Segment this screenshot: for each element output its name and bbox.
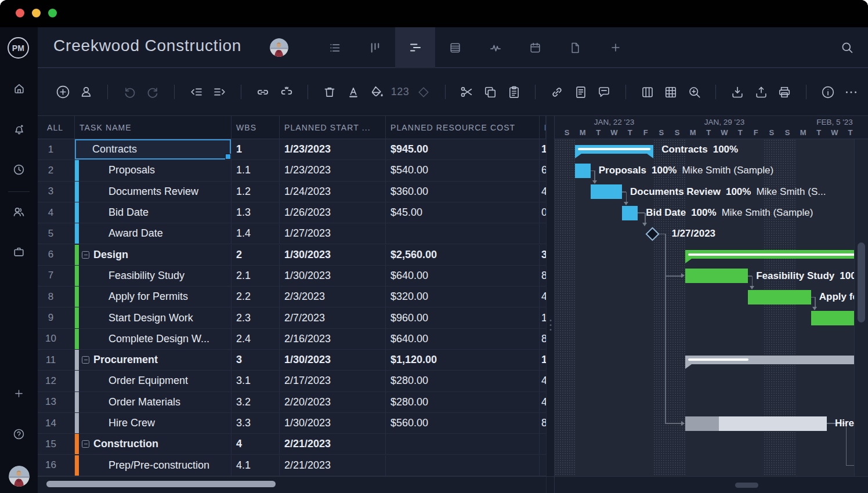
planned-start-cell[interactable]: 2/3/2023 [280, 287, 386, 307]
planned-cost-cell[interactable] [386, 223, 540, 244]
planned-start-cell[interactable]: 1/30/2023 [280, 413, 386, 433]
table-row-12[interactable]: 12Order Equipment3.12/17/2023$280.004 [38, 371, 546, 392]
gantt-horizontal-scrollbar-thumb[interactable] [735, 483, 758, 488]
planned-start-cell[interactable]: 1/27/2023 [280, 223, 386, 244]
fill-color-button[interactable] [365, 81, 389, 104]
indent-button[interactable] [208, 81, 232, 104]
tab-add-view[interactable] [595, 27, 635, 68]
clipped-cell[interactable]: 1 [540, 350, 546, 370]
task-name-cell[interactable]: Order Equipment [75, 371, 232, 391]
clipped-cell[interactable]: 1 [540, 307, 546, 328]
info-button[interactable] [816, 81, 840, 104]
clipped-cell[interactable]: 4 [540, 371, 546, 391]
column-header-start[interactable]: PLANNED START ... [280, 116, 386, 139]
clipped-cell[interactable]: 4 [540, 392, 546, 412]
wbs-cell[interactable]: 2.2 [232, 287, 280, 307]
collapse-toggle-icon[interactable] [82, 440, 89, 448]
column-header-name[interactable]: TASK NAME [75, 116, 232, 139]
table-row-5[interactable]: 5Award Date1.41/27/2023 [38, 223, 546, 244]
user-avatar[interactable] [9, 466, 30, 487]
table-row-1[interactable]: 1Contracts11/23/2023$945.001 [38, 139, 546, 160]
planned-start-cell[interactable]: 1/23/2023 [280, 139, 386, 160]
planned-cost-cell[interactable]: $560.00 [386, 413, 540, 433]
delete-button[interactable] [318, 81, 342, 104]
table-row-2[interactable]: 2Proposals1.11/23/2023$540.006 [38, 160, 546, 181]
wbs-cell[interactable]: 4.1 [232, 455, 280, 476]
unlink-tasks-button[interactable] [274, 81, 298, 104]
task-name-cell[interactable]: Award Date [75, 223, 232, 244]
planned-start-cell[interactable]: 2/7/2023 [280, 307, 386, 328]
planned-cost-cell[interactable]: $2,560.00 [386, 245, 540, 265]
table-row-4[interactable]: 4Bid Date1.31/26/2023$45.000 [38, 202, 546, 223]
task-name-cell[interactable]: Hire Crew [75, 413, 232, 433]
summary-bar[interactable] [575, 145, 654, 154]
clipped-cell[interactable]: 8 [540, 266, 546, 286]
sidebar-item-add[interactable] [0, 380, 38, 406]
planned-start-cell[interactable]: 2/17/2023 [280, 371, 386, 391]
sidebar-item-recent[interactable] [0, 157, 38, 182]
wbs-cell[interactable]: 3.2 [232, 392, 280, 412]
tab-calendar[interactable] [515, 27, 555, 68]
column-header-p[interactable]: P [540, 116, 546, 139]
tab-board[interactable] [355, 27, 395, 68]
table-row-8[interactable]: 8Apply for Permits2.22/3/2023$320.004 [38, 287, 546, 307]
planned-start-cell[interactable]: 1/23/2023 [280, 160, 386, 180]
table-row-16[interactable]: 16Prep/Pre-construction4.12/21/2023 [38, 455, 546, 476]
planned-cost-cell[interactable]: $945.00 [386, 139, 540, 160]
sidebar-item-notifications[interactable] [0, 117, 38, 142]
planned-cost-cell[interactable]: $640.00 [386, 329, 540, 349]
table-row-7[interactable]: 7Feasibility Study2.11/30/2023$640.008 [38, 266, 546, 287]
wbs-cell[interactable]: 3.1 [232, 371, 280, 391]
cut-button[interactable] [455, 81, 479, 104]
table-row-14[interactable]: 14Hire Crew3.31/30/2023$560.008 [38, 413, 546, 434]
clipped-cell[interactable] [540, 434, 546, 454]
clipped-cell[interactable]: 1 [540, 139, 546, 160]
planned-cost-cell[interactable]: $320.00 [386, 287, 540, 307]
planned-cost-cell[interactable]: $280.00 [386, 392, 540, 412]
task-name-cell[interactable]: Construction [75, 434, 232, 454]
assign-user-button[interactable] [74, 81, 98, 104]
export-button[interactable] [749, 81, 773, 104]
pm-logo[interactable]: PM [8, 37, 29, 59]
window-titlebar[interactable] [0, 0, 868, 27]
wbs-cell[interactable]: 3 [232, 350, 280, 370]
table-row-15[interactable]: 15Construction42/21/2023 [38, 434, 546, 455]
clipped-cell[interactable] [540, 455, 546, 476]
wbs-cell[interactable]: 1.1 [232, 160, 280, 180]
number-format-button[interactable]: 123 [388, 86, 412, 98]
task-bar[interactable] [622, 206, 638, 220]
attach-button[interactable] [545, 81, 569, 104]
clipped-cell[interactable] [540, 223, 546, 244]
print-button[interactable] [773, 81, 797, 104]
task-name-cell[interactable]: Apply for Permits [75, 287, 232, 307]
collapse-toggle-icon[interactable] [82, 251, 89, 259]
planned-cost-cell[interactable]: $640.00 [386, 266, 540, 286]
wbs-cell[interactable]: 1.4 [232, 223, 280, 244]
task-name-cell[interactable]: Feasibility Study [75, 266, 232, 286]
task-name-cell[interactable]: Proposals [75, 160, 232, 180]
planned-cost-cell[interactable]: $960.00 [386, 307, 540, 328]
wbs-cell[interactable]: 1 [232, 139, 280, 160]
task-bar[interactable] [685, 269, 748, 283]
column-header-cost[interactable]: PLANNED RESOURCE COST [386, 116, 540, 139]
planned-cost-cell[interactable]: $1,120.00 [386, 350, 540, 370]
planned-start-cell[interactable]: 1/24/2023 [280, 182, 386, 202]
task-name-cell[interactable]: Order Materials [75, 392, 232, 412]
search-button[interactable] [839, 39, 855, 56]
undo-button[interactable] [118, 81, 142, 104]
planned-start-cell[interactable]: 1/26/2023 [280, 202, 386, 223]
paste-button[interactable] [502, 81, 526, 104]
project-owner-avatar[interactable] [270, 38, 288, 57]
import-button[interactable] [726, 81, 750, 104]
planned-start-cell[interactable]: 2/20/2023 [280, 392, 386, 412]
table-row-6[interactable]: 6Design21/30/2023$2,560.003 [38, 245, 546, 266]
collapse-toggle-icon[interactable] [82, 356, 89, 364]
selection-fill-handle[interactable] [225, 154, 231, 160]
window-close-button[interactable] [16, 9, 24, 17]
planned-start-cell[interactable]: 1/30/2023 [280, 350, 386, 370]
gantt-vertical-scrollbar[interactable] [854, 139, 868, 476]
planned-cost-cell[interactable]: $280.00 [386, 371, 540, 391]
wbs-cell[interactable]: 2 [232, 245, 280, 265]
planned-cost-cell[interactable]: $45.00 [386, 202, 540, 223]
clipped-cell[interactable]: 6 [540, 160, 546, 180]
